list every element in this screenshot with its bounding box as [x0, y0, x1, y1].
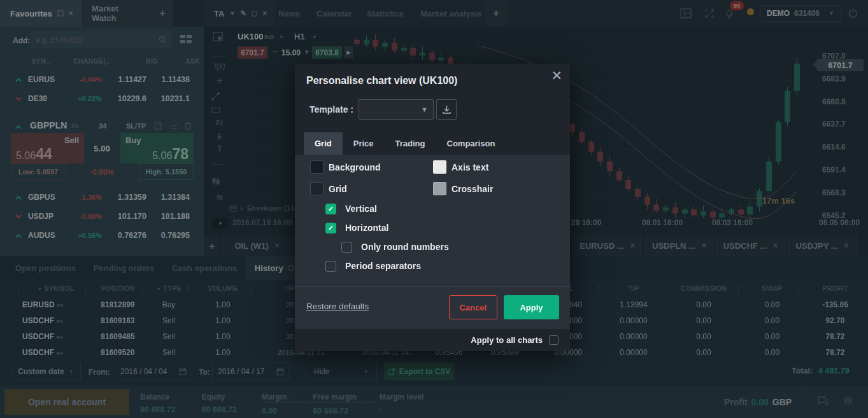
checkbox[interactable]: ✓	[325, 204, 336, 214]
tab-comparison[interactable]: Comparison	[436, 132, 506, 155]
template-label: Template :	[309, 104, 353, 115]
template-dropdown[interactable]: ▼	[359, 99, 434, 120]
checkbox-row: ✓ Horizontal	[325, 221, 449, 234]
color-swatch[interactable]	[433, 182, 446, 195]
color-option-label: Crosshair	[452, 184, 493, 194]
color-option: Background	[310, 160, 433, 174]
dialog-tab-bar: Grid Price Trading Comparison	[295, 132, 570, 155]
download-icon	[442, 105, 452, 115]
checkbox[interactable]: ✓	[325, 223, 336, 233]
color-option: Grid	[310, 182, 433, 195]
tab-grid[interactable]: Grid	[304, 132, 343, 155]
color-swatch[interactable]	[310, 160, 324, 174]
cancel-button[interactable]: Cancel	[449, 295, 497, 319]
checkbox-row: Period separators	[325, 260, 449, 272]
load-template-button[interactable]	[436, 99, 457, 120]
dialog-footer: Restore defaults Cancel Apply	[295, 286, 570, 329]
checkbox-label: Period separators	[345, 261, 421, 271]
color-option-label: Grid	[329, 184, 347, 194]
color-options: Background Axis text Grid Crosshair	[310, 160, 555, 195]
color-option-label: Axis text	[452, 162, 488, 172]
checkbox[interactable]	[325, 261, 336, 272]
checkbox-row: ✓ Vertical	[325, 202, 449, 215]
dialog-title: Personalise chart view (UK100)	[306, 75, 457, 87]
personalise-chart-dialog: Personalise chart view (UK100) ✕ Templat…	[295, 64, 570, 351]
checkbox[interactable]	[341, 242, 352, 253]
checkbox-label: Vertical	[345, 204, 377, 214]
checkbox-row: Only round numbers	[341, 240, 449, 253]
color-swatch[interactable]	[433, 160, 446, 174]
color-swatch[interactable]	[310, 182, 324, 195]
chevron-down-icon: ▼	[421, 106, 428, 113]
color-option: Axis text	[433, 160, 555, 174]
apply-button[interactable]: Apply	[504, 295, 559, 319]
tab-price[interactable]: Price	[343, 132, 385, 155]
trading-platform-window: Favourites × Market Watch + TA ▼ ✎ × New…	[0, 0, 868, 418]
color-option-label: Background	[329, 162, 381, 172]
dialog-subfooter: Apply to all charts	[295, 329, 570, 351]
restore-defaults-link[interactable]: Restore defaults	[306, 302, 369, 311]
color-option: Crosshair	[433, 182, 555, 195]
close-icon[interactable]: ✕	[551, 69, 562, 82]
apply-all-label: Apply to all charts	[471, 335, 543, 345]
apply-all-checkbox[interactable]	[549, 335, 559, 345]
tab-trading[interactable]: Trading	[385, 132, 436, 155]
checkbox-label: Only round numbers	[361, 242, 449, 252]
grid-checkboxes: ✓ Vertical ✓ Horizontal Only round numbe…	[310, 202, 449, 279]
checkbox-label: Horizontal	[345, 223, 388, 233]
